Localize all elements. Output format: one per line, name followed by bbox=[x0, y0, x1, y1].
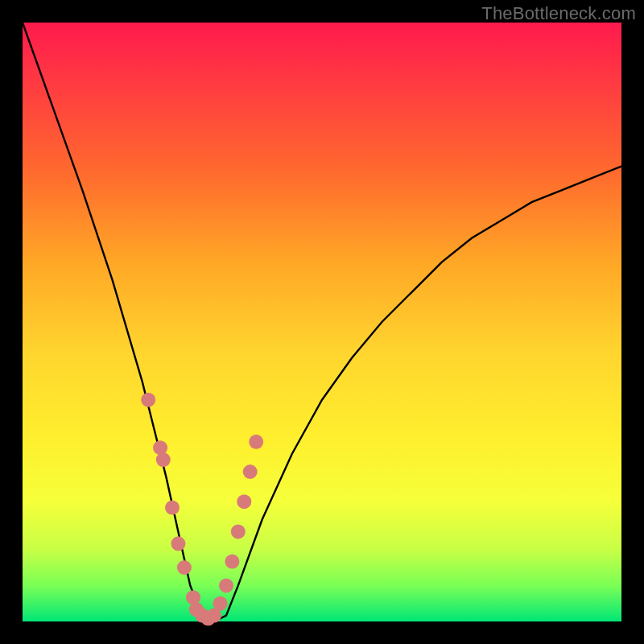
highlight-dot bbox=[171, 536, 185, 551]
highlight-dot bbox=[219, 578, 233, 592]
highlight-dots-group bbox=[141, 393, 263, 626]
highlight-dot bbox=[249, 435, 263, 449]
highlight-dot bbox=[225, 555, 239, 569]
curve-svg bbox=[23, 23, 621, 621]
highlight-dot bbox=[237, 494, 251, 509]
highlight-dot bbox=[165, 501, 180, 515]
watermark-text: TheBottleneck.com bbox=[481, 3, 636, 24]
highlight-dot bbox=[177, 560, 192, 575]
chart-frame: TheBottleneck.com bbox=[0, 0, 644, 644]
highlight-dot bbox=[243, 464, 258, 479]
plot-area bbox=[23, 23, 621, 621]
highlight-dot bbox=[213, 597, 228, 611]
highlight-dot bbox=[231, 524, 246, 539]
bottleneck-curve bbox=[23, 23, 621, 621]
highlight-dot bbox=[156, 452, 171, 467]
highlight-dot bbox=[141, 393, 155, 407]
